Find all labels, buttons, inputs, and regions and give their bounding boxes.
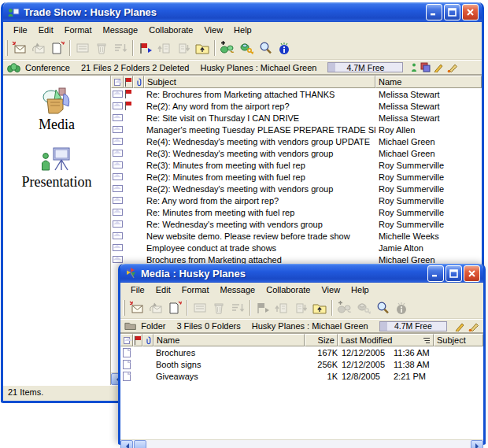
reply-message-button	[29, 39, 48, 57]
column-flag[interactable]	[133, 334, 142, 346]
menu-edit[interactable]: Edit	[150, 283, 176, 296]
table-row[interactable]: Re(2): Minutes from meeting with fuel re…	[111, 171, 482, 183]
member-access-button[interactable]	[237, 39, 256, 57]
column-last-modified[interactable]: Last Modified	[338, 334, 434, 346]
table-row[interactable]: Re: Wednesday's meeting with vendors gro…	[111, 218, 482, 230]
menu-file[interactable]: File	[8, 24, 33, 36]
menu-view[interactable]: View	[316, 283, 346, 296]
infobar-owner: Husky Planes : Michael Green	[252, 321, 368, 331]
envelope-icon	[113, 209, 123, 216]
table-row[interactable]: Re(2): Wednesday's meeting with vendors …	[111, 183, 482, 194]
table-row[interactable]: Giveaways1K12/8/20052:21 PM	[120, 370, 483, 382]
column-name[interactable]: Name	[153, 334, 305, 346]
delete-button	[92, 39, 111, 57]
row-subject: Re(4): Wednesday's meeting with vendors …	[144, 137, 375, 146]
table-row[interactable]: Re(2): Any word from the airport rep?Mel…	[111, 100, 482, 112]
media-titlebar[interactable]: Media : Husky Planes	[120, 264, 483, 283]
new-message-icon	[12, 41, 28, 55]
pinwheel-window-icon	[124, 267, 138, 280]
menu-help[interactable]: Help	[346, 283, 375, 296]
folder-up-button[interactable]	[193, 39, 212, 57]
scroll-right-button[interactable]	[471, 440, 483, 448]
table-row[interactable]: Manager's meeting Tuesday PLEASE PREPARE…	[111, 124, 482, 135]
scroll-left-button[interactable]	[120, 440, 133, 448]
row-subject: Re: Brochures from Marketing attached TH…	[144, 90, 375, 99]
media-menubar: File Edit Format Message Collaborate Vie…	[120, 283, 483, 297]
trade-show-infobar: Conference 21 Files 2 Folders 2 Deleted …	[3, 60, 482, 75]
column-attachment[interactable]	[142, 334, 153, 346]
column-size[interactable]: Size	[305, 334, 338, 346]
trade-show-titlebar[interactable]: Trade Show : Husky Planes	[3, 2, 482, 22]
column-envelope[interactable]	[111, 76, 124, 88]
forward-copy-icon	[176, 41, 191, 55]
menu-help[interactable]: Help	[228, 24, 257, 36]
sidebar-item-presentation[interactable]: Presentation	[22, 146, 92, 191]
close-button[interactable]	[464, 265, 480, 282]
sidebar-item-media[interactable]: Media	[39, 87, 75, 133]
menu-message[interactable]: Message	[98, 24, 144, 36]
envelope-icon	[113, 91, 123, 98]
row-name: Roy Summerville	[375, 184, 482, 194]
column-name[interactable]: Name	[375, 76, 482, 88]
column-subject[interactable]: Subject	[434, 334, 483, 346]
menu-file[interactable]: File	[125, 283, 150, 296]
info-icon	[276, 41, 292, 55]
pencil-icon	[455, 321, 464, 331]
table-row[interactable]: Re(3): Minutes from meeting with fuel re…	[111, 159, 482, 171]
horizontal-scrollbar[interactable]	[120, 439, 483, 448]
table-row[interactable]: Re: Site visit on Thursday I CAN DRIVEMe…	[111, 112, 482, 124]
new-document-button[interactable]	[165, 298, 184, 317]
minimize-button[interactable]	[427, 265, 444, 282]
new-message-button[interactable]	[10, 39, 29, 57]
table-row[interactable]: Re: Any word from the airport rep?Roy Su…	[111, 194, 482, 206]
maximize-button[interactable]	[444, 4, 460, 20]
table-row[interactable]: Re(3): Wednesday's meeting with vendors …	[111, 147, 482, 159]
menu-message[interactable]: Message	[215, 283, 261, 296]
menu-collaborate[interactable]: Collaborate	[261, 283, 316, 296]
table-row[interactable]: Employee conduct at trade showsJamie Alt…	[111, 242, 482, 254]
table-row[interactable]: Brochures167K12/12/200511:36 AM	[120, 346, 483, 358]
table-row[interactable]: Re(4): Wednesday's meeting with vendors …	[111, 135, 482, 147]
flag-icon	[255, 301, 271, 315]
search-button[interactable]	[256, 39, 275, 57]
maximize-icon	[449, 269, 458, 278]
toolbar-grip	[123, 300, 125, 316]
row-name: Roy Allen	[375, 125, 482, 135]
trade-show-toolbar	[3, 37, 482, 60]
menu-edit[interactable]: Edit	[33, 24, 59, 36]
forward-button	[272, 298, 291, 317]
menu-format[interactable]: Format	[59, 24, 98, 36]
folder-up-button[interactable]	[310, 298, 329, 317]
table-row[interactable]: Re: Brochures from Marketing attached TH…	[111, 88, 482, 100]
column-attachment[interactable]	[133, 76, 144, 88]
add-member-button[interactable]	[218, 39, 237, 57]
table-row[interactable]: Booth signs256K12/12/200511:38 AM	[120, 358, 483, 370]
new-document-button[interactable]	[48, 39, 67, 57]
minimize-button[interactable]	[426, 4, 442, 20]
maximize-icon	[448, 8, 457, 17]
menu-view[interactable]: View	[198, 24, 228, 36]
file-modified-date: 12/12/2005	[342, 348, 394, 357]
sort-button	[228, 298, 247, 317]
sort-icon	[113, 41, 128, 55]
column-subject[interactable]: Subject	[144, 76, 375, 88]
column-flag[interactable]	[124, 76, 133, 88]
toolbar-separator	[331, 300, 333, 316]
search-button[interactable]	[373, 298, 392, 317]
table-row[interactable]: New website demo. Please review before t…	[111, 230, 482, 242]
column-label: Last Modified	[341, 335, 392, 345]
new-message-button[interactable]	[128, 298, 146, 317]
table-row[interactable]: Re: Minutes from meeting with fuel repRo…	[111, 206, 482, 218]
infobar-counts: 21 Files 2 Folders 2 Deleted	[81, 63, 190, 72]
info-button[interactable]	[275, 39, 294, 57]
column-envelope[interactable]	[120, 334, 133, 346]
row-subject: Employee conduct at trade shows	[144, 243, 375, 253]
row-name: Roy Summerville	[375, 208, 482, 217]
close-button[interactable]	[462, 4, 479, 20]
menu-collaborate[interactable]: Collaborate	[143, 24, 198, 36]
flag-button[interactable]	[136, 39, 155, 57]
menu-format[interactable]: Format	[176, 283, 215, 296]
row-name: Michael Green	[375, 149, 482, 158]
scrollbar-thumb[interactable]	[134, 440, 146, 448]
maximize-button[interactable]	[445, 265, 462, 282]
